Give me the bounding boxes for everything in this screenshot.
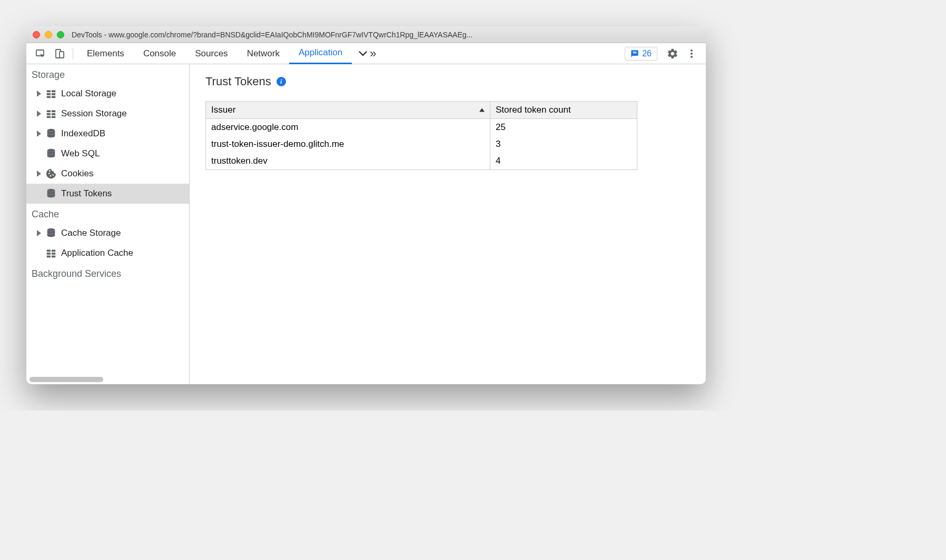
tab-elements[interactable]: Elements [77, 43, 134, 64]
window-minimize-button[interactable] [45, 31, 52, 38]
table-row[interactable]: adservice.google.com25 [206, 119, 637, 136]
devtools-toolbar: ElementsConsoleSourcesNetworkApplication… [26, 43, 706, 64]
window-close-button[interactable] [33, 31, 40, 38]
traffic-lights [33, 31, 64, 38]
cell-issuer: trusttoken.dev [206, 153, 490, 170]
page-title: Trust Tokens i [205, 75, 690, 88]
more-tabs-chevron-icon[interactable]: » [364, 47, 380, 61]
grid-icon [45, 247, 57, 259]
cell-count: 3 [490, 136, 637, 153]
tab-sources[interactable]: Sources [185, 43, 237, 64]
svg-point-8 [47, 189, 55, 192]
info-icon[interactable]: i [277, 77, 286, 86]
svg-point-3 [691, 49, 693, 52]
tab-network[interactable]: Network [238, 43, 289, 64]
main-panel: Trust Tokens i Issuer Stored token count [190, 64, 706, 384]
feedback-icon [630, 49, 639, 58]
chevron-right-icon [37, 111, 41, 117]
issues-badge[interactable]: 26 [625, 47, 657, 61]
toolbar-separator [73, 48, 73, 59]
sidebar-group-label: Storage [26, 64, 189, 84]
db-icon [45, 128, 57, 139]
sidebar-item-session-storage[interactable]: Session Storage [26, 104, 189, 124]
sidebar-item-web-sql[interactable]: Web SQL [26, 144, 189, 164]
tab-console[interactable]: Console [134, 43, 185, 64]
main-title-text: Trust Tokens [205, 75, 271, 88]
sidebar-item-label: Cookies [61, 168, 93, 179]
sidebar-horizontal-scrollbar[interactable] [29, 377, 103, 382]
svg-point-7 [47, 149, 55, 152]
sidebar-item-label: Web SQL [61, 148, 100, 159]
sidebar-item-label: Session Storage [61, 108, 127, 119]
window-title: DevTools - www.google.com/chrome/?brand=… [72, 31, 472, 39]
db-icon [45, 148, 57, 159]
sidebar-item-cookies[interactable]: Cookies [26, 164, 189, 184]
chevron-right-icon [37, 91, 41, 97]
svg-point-6 [47, 129, 55, 132]
cell-issuer: adservice.google.com [206, 119, 490, 136]
settings-button[interactable] [664, 46, 682, 62]
sidebar-item-label: Cache Storage [61, 228, 121, 238]
db-icon [45, 188, 57, 199]
svg-rect-2 [60, 52, 64, 58]
grid-icon [45, 108, 57, 119]
inspect-element-icon[interactable] [32, 46, 50, 62]
svg-point-9 [47, 228, 55, 232]
column-header-issuer[interactable]: Issuer [206, 102, 490, 119]
devtools-window: DevTools - www.google.com/chrome/?brand=… [26, 26, 706, 384]
cell-count: 4 [490, 153, 637, 170]
chevron-right-icon [37, 171, 41, 177]
chevron-right-icon [37, 131, 41, 137]
cookie-icon [45, 168, 57, 179]
sidebar-item-label: Trust Tokens [61, 188, 112, 199]
chevron-right-icon [37, 230, 41, 236]
sidebar-item-cache-storage[interactable]: Cache Storage [26, 223, 189, 243]
sidebar-item-local-storage[interactable]: Local Storage [26, 84, 189, 104]
table-row[interactable]: trust-token-issuer-demo.glitch.me3 [206, 136, 637, 153]
table-row[interactable]: trusttoken.dev4 [206, 153, 637, 170]
svg-point-4 [691, 53, 693, 55]
sidebar-item-label: IndexedDB [61, 128, 105, 139]
sidebar-item-application-cache[interactable]: Application Cache [26, 243, 189, 263]
kebab-menu-button[interactable] [683, 46, 701, 62]
sidebar-group-label: Background Services [26, 263, 189, 283]
grid-icon [45, 88, 57, 99]
application-sidebar[interactable]: StorageLocal StorageSession StorageIndex… [26, 64, 190, 384]
table-header-row: Issuer Stored token count [206, 102, 637, 119]
gear-icon [667, 48, 678, 59]
cell-count: 25 [490, 119, 637, 136]
sidebar-item-label: Application Cache [61, 248, 133, 258]
column-header-count[interactable]: Stored token count [490, 102, 637, 119]
db-icon [45, 227, 57, 239]
sort-asc-icon [479, 108, 485, 112]
kebab-icon [686, 48, 697, 59]
trust-tokens-table: Issuer Stored token count adservice.goog… [205, 101, 637, 170]
tab-application[interactable]: Application [289, 43, 352, 64]
window-zoom-button[interactable] [57, 31, 64, 38]
svg-point-5 [691, 56, 693, 58]
sidebar-item-trust-tokens[interactable]: Trust Tokens [26, 184, 189, 204]
issues-count: 26 [642, 49, 652, 58]
sidebar-item-indexeddb[interactable]: IndexedDB [26, 124, 189, 144]
cell-issuer: trust-token-issuer-demo.glitch.me [206, 136, 490, 153]
toggle-device-toolbar-icon[interactable] [51, 46, 68, 62]
sidebar-item-label: Local Storage [61, 88, 116, 99]
sidebar-group-label: Cache [26, 204, 189, 223]
titlebar[interactable]: DevTools - www.google.com/chrome/?brand=… [26, 26, 706, 43]
